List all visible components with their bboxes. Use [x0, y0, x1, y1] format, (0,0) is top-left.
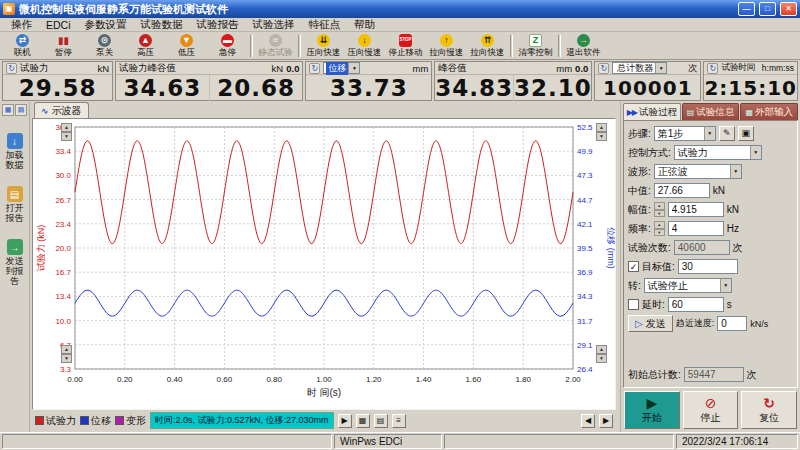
- exit-software-button[interactable]: → 退出软件: [563, 33, 604, 59]
- svg-text:30.0: 30.0: [55, 171, 71, 180]
- load-data-button[interactable]: ↓ 加载数据: [1, 130, 28, 173]
- close-button[interactable]: ✕: [780, 2, 797, 16]
- send-button[interactable]: ▷ 发送: [628, 315, 673, 332]
- step-up-icon[interactable]: ▲: [654, 202, 665, 210]
- delay-checkbox[interactable]: [628, 299, 639, 310]
- target-input[interactable]: [678, 259, 738, 274]
- tab-oscilloscope[interactable]: ∿ 示波器: [34, 102, 89, 118]
- mean-input[interactable]: [654, 183, 710, 198]
- svg-text:0.60: 0.60: [217, 375, 233, 384]
- press-fast-button[interactable]: ⇊ 压向快速: [303, 33, 344, 59]
- list-button[interactable]: ≡: [392, 414, 406, 428]
- stop-button[interactable]: ⊘ 停止: [683, 391, 739, 429]
- initial-count-input[interactable]: [684, 367, 744, 382]
- mini-tool-icon-2[interactable]: ▤: [15, 104, 27, 116]
- low-pressure-button[interactable]: ▼ 低压: [166, 33, 207, 59]
- legend-displacement[interactable]: 位移: [80, 414, 111, 428]
- start-button[interactable]: ▶ 开始: [624, 391, 680, 429]
- refresh-icon[interactable]: ↻: [309, 63, 320, 74]
- step-down-icon[interactable]: ▼: [654, 229, 665, 237]
- reset-button[interactable]: ↻ 复位: [741, 391, 797, 429]
- tab-test-info-label: 试验信息: [696, 106, 734, 119]
- load-data-label: 加载数据: [4, 150, 26, 170]
- frequency-stepper[interactable]: ▲ ▼: [654, 221, 665, 236]
- save-step-button[interactable]: ▣: [738, 126, 754, 141]
- play-button[interactable]: ▶: [338, 414, 352, 428]
- pull-slow-icon: ↑: [440, 34, 453, 47]
- step-select[interactable]: 第1步 ▼: [654, 126, 716, 141]
- pump-off-button[interactable]: ⊙ 泵关: [84, 33, 125, 59]
- data-sheet-button[interactable]: ▤: [374, 414, 388, 428]
- counter-label: 总计数器: [615, 62, 655, 75]
- menu-feature-points[interactable]: 特征点: [302, 18, 348, 32]
- legend-deformation[interactable]: 变形: [115, 414, 146, 428]
- svg-text:0.00: 0.00: [67, 375, 83, 384]
- emergency-stop-button[interactable]: ▬ 急停: [207, 33, 248, 59]
- tab-test-info[interactable]: ▤ 试验信息: [682, 103, 740, 120]
- delay-input[interactable]: [668, 297, 724, 312]
- menu-help[interactable]: 帮助: [347, 18, 382, 32]
- scroll-left-button[interactable]: ◀: [581, 414, 595, 428]
- counter-select[interactable]: 总计数器 ▼: [612, 62, 667, 74]
- menu-parameter-settings[interactable]: 参数设置: [78, 18, 134, 32]
- readout-row: ↻ 试验力 kN 29.58 试验力峰谷值 kN 0.0 34.63 20.68…: [0, 60, 800, 102]
- pause-button[interactable]: ▮▮ 暂停: [43, 33, 84, 59]
- frequency-input[interactable]: [668, 221, 724, 236]
- amplitude-input[interactable]: [668, 202, 724, 217]
- target-checkbox[interactable]: ✓: [628, 261, 639, 272]
- stop-moving-button[interactable]: STOP 停止移动: [385, 33, 426, 59]
- pull-slow-button[interactable]: ↑ 拉向慢速: [426, 33, 467, 59]
- refresh-icon[interactable]: ↻: [707, 63, 718, 74]
- press-slow-button[interactable]: ↓ 压向慢速: [344, 33, 385, 59]
- mini-tool-icon-1[interactable]: ▦: [2, 104, 14, 116]
- scroll-down-icon[interactable]: ▼: [61, 354, 72, 363]
- test-time-value: 2:15:10: [704, 75, 797, 100]
- menu-test-report[interactable]: 试验报告: [190, 18, 246, 32]
- open-report-button[interactable]: ▤ 打开报告: [1, 183, 28, 226]
- chevron-down-icon: ▼: [750, 146, 761, 159]
- exit-software-label: 退出软件: [567, 48, 601, 57]
- menu-operate[interactable]: 操作: [4, 18, 39, 32]
- refresh-icon[interactable]: ↻: [6, 63, 17, 74]
- svg-text:10.0: 10.0: [55, 317, 71, 326]
- turn-select[interactable]: 试验停止 ▼: [644, 278, 732, 293]
- scroll-down-icon[interactable]: ▼: [61, 132, 72, 141]
- tab-test-process[interactable]: ▶▶ 试验过程: [623, 103, 681, 120]
- grid-toggle-button[interactable]: ▦: [356, 414, 370, 428]
- mean-unit: kN: [713, 185, 725, 196]
- connect-button[interactable]: ⇄ 联机: [2, 33, 43, 59]
- send-to-report-button[interactable]: → 发送到报告: [1, 236, 28, 289]
- tab-external-input[interactable]: ▦ 外部输入: [740, 103, 798, 120]
- approach-speed-input[interactable]: [717, 316, 747, 331]
- step-up-icon[interactable]: ▲: [654, 221, 665, 229]
- menu-edci[interactable]: EDCi: [39, 19, 78, 31]
- edit-step-button[interactable]: ✎: [719, 126, 735, 141]
- displacement-channel-select[interactable]: 位移 ▼: [323, 62, 360, 74]
- svg-text:0.80: 0.80: [266, 375, 282, 384]
- step-down-icon[interactable]: ▼: [654, 210, 665, 218]
- amplitude-stepper[interactable]: ▲ ▼: [654, 202, 665, 217]
- static-test-button[interactable]: ≈ 静态试验: [255, 33, 296, 59]
- tab-test-process-label: 试验过程: [639, 106, 677, 119]
- legend-force[interactable]: 试验力: [35, 414, 76, 428]
- scroll-up-icon[interactable]: ▲: [61, 123, 72, 132]
- scroll-up-icon[interactable]: ▲: [61, 345, 72, 354]
- menu-test-data[interactable]: 试验数据: [134, 18, 190, 32]
- scroll-down-icon[interactable]: ▼: [596, 354, 607, 363]
- scroll-up-icon[interactable]: ▲: [596, 345, 607, 354]
- scroll-up-icon[interactable]: ▲: [596, 123, 607, 132]
- minimize-button[interactable]: —: [738, 2, 755, 16]
- scroll-right-button[interactable]: ▶: [599, 414, 613, 428]
- toolbar-separator: [250, 35, 253, 57]
- control-mode-select[interactable]: 试验力 ▼: [674, 145, 762, 160]
- pull-fast-label: 拉向快速: [471, 48, 505, 57]
- menu-test-select[interactable]: 试验选择: [246, 18, 302, 32]
- waveform-select[interactable]: 正弦波 ▼: [654, 164, 742, 179]
- scroll-down-icon[interactable]: ▼: [596, 132, 607, 141]
- cycles-input[interactable]: [674, 240, 730, 255]
- pull-fast-button[interactable]: ⇈ 拉向快速: [467, 33, 508, 59]
- maximize-button[interactable]: □: [759, 2, 776, 16]
- refresh-icon[interactable]: ↻: [598, 63, 609, 74]
- zero-control-button[interactable]: Z 清零控制: [515, 33, 556, 59]
- high-pressure-button[interactable]: ▲ 高压: [125, 33, 166, 59]
